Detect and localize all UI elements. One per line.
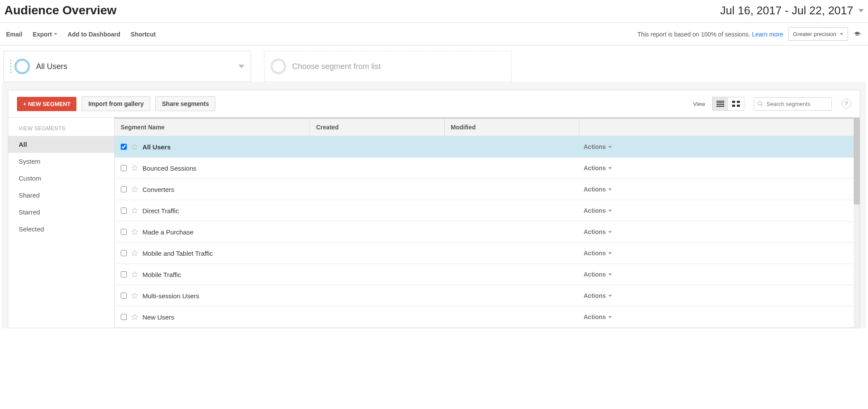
star-icon[interactable] bbox=[131, 207, 138, 214]
svg-marker-7 bbox=[132, 165, 137, 171]
sampling-info: This report is based on 100% of sessions… bbox=[637, 31, 783, 38]
list-view-button[interactable] bbox=[713, 97, 728, 110]
segment-actions-menu[interactable]: Actions bbox=[584, 143, 612, 150]
svg-line-5 bbox=[761, 105, 763, 106]
svg-marker-11 bbox=[132, 250, 137, 256]
segment-row[interactable]: Made a PurchaseActions bbox=[115, 221, 860, 243]
column-header-created[interactable]: Created bbox=[310, 119, 445, 136]
segment-checkbox[interactable] bbox=[121, 314, 127, 320]
drag-handle-icon[interactable] bbox=[10, 59, 12, 73]
segment-checkbox[interactable] bbox=[121, 208, 127, 214]
add-segment-placeholder[interactable]: Choose segment from list bbox=[264, 51, 512, 82]
segment-checkbox[interactable] bbox=[121, 165, 127, 171]
segment-actions-menu[interactable]: Actions bbox=[584, 313, 612, 320]
segment-checkbox[interactable] bbox=[121, 229, 127, 235]
segment-checkbox[interactable] bbox=[121, 293, 127, 299]
learn-more-link[interactable]: Learn more bbox=[752, 31, 783, 38]
help-button[interactable]: ? bbox=[842, 99, 851, 109]
scrollbar[interactable] bbox=[854, 118, 860, 328]
segment-actions-menu[interactable]: Actions bbox=[584, 186, 612, 193]
actions-label: Actions bbox=[584, 313, 606, 320]
active-segment-pill[interactable]: All Users bbox=[3, 51, 251, 82]
star-icon[interactable] bbox=[131, 165, 138, 172]
segments-table: Segment Name Created Modified All UsersA… bbox=[115, 118, 860, 328]
svg-point-4 bbox=[758, 102, 762, 105]
sidebar-item-system[interactable]: System bbox=[8, 153, 114, 170]
graduation-cap-icon[interactable] bbox=[852, 31, 862, 38]
segment-name-label: Made a Purchase bbox=[142, 228, 194, 236]
import-gallery-button[interactable]: Import from gallery bbox=[82, 96, 150, 111]
shortcut-button[interactable]: Shortcut bbox=[131, 31, 156, 38]
segment-actions-menu[interactable]: Actions bbox=[584, 292, 612, 299]
sidebar-item-selected[interactable]: Selected bbox=[8, 221, 114, 237]
segment-row[interactable]: ConvertersActions bbox=[115, 179, 860, 200]
star-icon[interactable] bbox=[131, 186, 138, 193]
segment-name-label: New Users bbox=[142, 313, 174, 321]
svg-rect-1 bbox=[737, 101, 740, 103]
chevron-down-icon bbox=[238, 65, 244, 68]
svg-rect-3 bbox=[737, 105, 740, 107]
segment-name-label: Mobile and Tablet Traffic bbox=[142, 250, 213, 257]
sidebar-item-custom[interactable]: Custom bbox=[8, 170, 114, 187]
add-to-dashboard-button[interactable]: Add to Dashboard bbox=[68, 31, 120, 38]
sidebar-item-starred[interactable]: Starred bbox=[8, 204, 114, 221]
star-icon[interactable] bbox=[131, 292, 138, 299]
column-header-actions bbox=[579, 119, 860, 136]
search-icon bbox=[757, 101, 763, 107]
star-icon[interactable] bbox=[131, 228, 138, 235]
segment-name-label: Bounced Sessions bbox=[142, 165, 196, 172]
chevron-down-icon bbox=[608, 188, 612, 191]
star-icon[interactable] bbox=[131, 271, 138, 278]
segment-checkbox[interactable] bbox=[121, 144, 127, 150]
date-range-label: Jul 16, 2017 - Jul 22, 2017 bbox=[720, 4, 853, 17]
column-header-name[interactable]: Segment Name bbox=[115, 119, 310, 136]
segment-row[interactable]: Mobile TrafficActions bbox=[115, 264, 860, 285]
segment-collapse-button[interactable] bbox=[238, 65, 244, 68]
chevron-down-icon bbox=[54, 33, 57, 35]
segment-checkbox[interactable] bbox=[121, 250, 127, 256]
segment-name-label: All Users bbox=[142, 143, 171, 151]
precision-selector[interactable]: Greater precision bbox=[788, 27, 848, 41]
chevron-down-icon bbox=[608, 252, 612, 254]
segment-row[interactable]: Mobile and Tablet TrafficActions bbox=[115, 243, 860, 264]
chevron-down-icon bbox=[608, 295, 612, 297]
svg-marker-8 bbox=[132, 186, 137, 192]
column-header-modified[interactable]: Modified bbox=[445, 119, 579, 136]
star-icon[interactable] bbox=[131, 250, 138, 257]
scrollbar-thumb[interactable] bbox=[854, 118, 860, 204]
grid-view-button[interactable] bbox=[728, 97, 744, 110]
segment-row[interactable]: Multi-session UsersActions bbox=[115, 285, 860, 307]
svg-rect-0 bbox=[732, 101, 735, 103]
export-button[interactable]: Export bbox=[33, 31, 57, 38]
segment-actions-menu[interactable]: Actions bbox=[584, 207, 612, 214]
search-segments-input[interactable] bbox=[754, 97, 832, 111]
svg-marker-13 bbox=[132, 293, 137, 298]
segment-actions-menu[interactable]: Actions bbox=[584, 228, 612, 235]
date-range-picker[interactable]: Jul 16, 2017 - Jul 22, 2017 bbox=[720, 4, 864, 17]
segment-checkbox[interactable] bbox=[121, 271, 127, 277]
segment-actions-menu[interactable]: Actions bbox=[584, 271, 612, 278]
chevron-down-icon bbox=[858, 9, 864, 12]
segment-row[interactable]: New UsersActions bbox=[115, 307, 860, 328]
chevron-down-icon bbox=[840, 33, 843, 35]
chevron-down-icon bbox=[608, 274, 612, 276]
new-segment-button[interactable]: + NEW SEGMENT bbox=[17, 97, 76, 111]
segment-row[interactable]: Direct TrafficActions bbox=[115, 200, 860, 221]
email-button[interactable]: Email bbox=[6, 31, 22, 38]
segment-checkbox[interactable] bbox=[121, 186, 127, 192]
svg-marker-10 bbox=[132, 229, 137, 234]
segment-row[interactable]: All UsersActions bbox=[115, 136, 860, 158]
segment-actions-menu[interactable]: Actions bbox=[584, 165, 612, 172]
view-toggle bbox=[712, 97, 744, 111]
active-segment-name: All Users bbox=[36, 62, 67, 71]
sidebar-item-shared[interactable]: Shared bbox=[8, 187, 114, 204]
segment-row[interactable]: Bounced SessionsActions bbox=[115, 158, 860, 179]
star-icon[interactable] bbox=[131, 313, 138, 320]
actions-label: Actions bbox=[584, 207, 606, 214]
segment-actions-menu[interactable]: Actions bbox=[584, 250, 612, 257]
share-segments-button[interactable]: Share segments bbox=[155, 96, 215, 111]
sidebar-item-all[interactable]: All bbox=[8, 136, 114, 153]
segment-name-label: Multi-session Users bbox=[142, 292, 199, 300]
svg-marker-6 bbox=[132, 144, 137, 149]
star-icon[interactable] bbox=[131, 143, 138, 150]
